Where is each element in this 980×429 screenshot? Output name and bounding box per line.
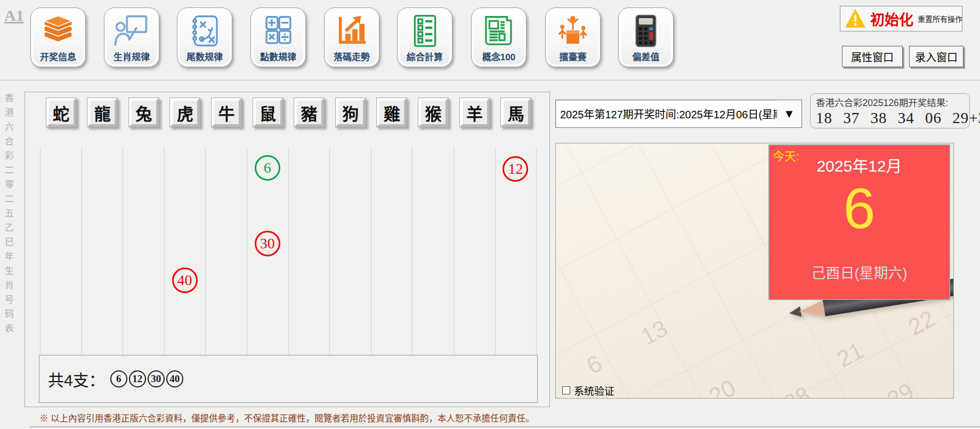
checklist-icon (406, 12, 443, 52)
presenter-icon (113, 12, 150, 52)
summary-number: 12 (129, 370, 146, 387)
zodiac-button-4[interactable]: 虎 (169, 98, 200, 127)
zodiac-grid: 6 30 40 12 (40, 147, 537, 374)
grid-column-line (371, 147, 371, 374)
initialize-button[interactable]: 初始化 重置所有操作 (840, 6, 962, 31)
left-vertical-title: 香港六合彩二零二五乙巳年生肖号码表 (2, 93, 15, 365)
result-numbers: 18 37 38 34 06 29+39 (816, 109, 969, 127)
zodiac-button-8[interactable]: 狗 (335, 98, 366, 127)
zodiac-panel: 蛇龍兔虎牛鼠豬狗雞猴羊馬 6 30 40 12 共4支： 6 12 30 40 (25, 92, 550, 407)
zodiac-button-12[interactable]: 馬 (500, 98, 531, 127)
faint-calendar-number: 22 (904, 305, 939, 341)
grid-column-line (40, 147, 41, 374)
zodiac-button-6[interactable]: 鼠 (253, 98, 284, 127)
period-dropdown-value: 2025年第127期开奖时间:2025年12月06日(星期六) (556, 106, 777, 122)
books-icon (39, 12, 77, 52)
system-verify-label: 系统验证 (574, 383, 614, 398)
grid-column-line (164, 147, 165, 374)
initialize-subtitle: 重置所有操作 (918, 13, 962, 24)
newspaper-icon (480, 12, 517, 52)
zodiac-button-9[interactable]: 雞 (376, 98, 407, 127)
grid-column-line (205, 147, 206, 374)
faint-calendar-number: 6 (582, 350, 606, 379)
grid-column-line (495, 147, 496, 374)
result-panel: 香港六合彩2025126期开奖结果: 18 37 38 34 06 29+39 (810, 93, 970, 128)
faint-calendar-number: 20 (704, 374, 740, 399)
trend-chart-icon (333, 12, 370, 52)
top-divider (0, 80, 980, 80)
toolbar-button-arena[interactable]: 擂臺賽 (545, 7, 601, 67)
properties-window-button[interactable]: 属性窗口 (842, 46, 903, 67)
entry-window-button[interactable]: 录入窗口 (909, 46, 963, 67)
faint-calendar-number: 13 (636, 314, 672, 350)
disclaimer-text: ※ 以上內容引用香港正版六合彩資料，僅提供參考，不保證其正確性，閱覽者若用於投資… (39, 411, 534, 424)
corner-label: A1 (4, 6, 24, 25)
grid-column-line (412, 147, 412, 374)
summary-number: 30 (148, 370, 165, 387)
grid-mark: 30 (255, 231, 280, 256)
zodiac-button-1[interactable]: 蛇 (46, 98, 77, 127)
strategy-icon (186, 12, 223, 52)
toolbar-button-zodiac-rules[interactable]: 生肖规律 (104, 7, 159, 67)
grid-column-line (329, 147, 330, 374)
toolbar-button-concept100[interactable]: 概念100 (471, 7, 527, 67)
podium-icon (554, 12, 592, 52)
faint-calendar-number: 28 (779, 381, 815, 399)
zodiac-button-10[interactable]: 猴 (418, 98, 449, 127)
result-title: 香港六合彩2025126期开奖结果: (816, 95, 969, 109)
app-window: A1 开奖信息 生肖规律 (0, 0, 980, 429)
toolbar-button-tail-rules[interactable]: 尾数规律 (177, 7, 232, 67)
toolbar-button-deviation[interactable]: 偏差值 (618, 7, 674, 67)
grid-column-line (123, 147, 123, 374)
grid-column-line (82, 147, 82, 374)
today-card: 今天: 2025年12月 6 己酉日(星期六) (768, 144, 950, 300)
zodiac-button-7[interactable]: 豬 (294, 98, 325, 127)
grid-mark: 6 (255, 155, 280, 181)
grid-mark: 40 (172, 268, 198, 293)
zodiac-button-11[interactable]: 羊 (459, 98, 490, 127)
calculator-icon (627, 12, 665, 52)
toolbar-button-calc[interactable]: 綜合計算 (397, 7, 452, 67)
initialize-label: 初始化 (870, 9, 913, 29)
warning-icon (845, 9, 866, 29)
grid-column-line (536, 147, 537, 374)
bottom-divider (29, 426, 980, 427)
calendar-day: 6 (770, 172, 949, 244)
grid-column-line (453, 147, 454, 374)
chevron-down-icon[interactable]: ▼ (777, 100, 801, 127)
grid-column-line (247, 147, 247, 374)
toolbar-button-lottery-info[interactable]: 开奖信息 (30, 7, 86, 67)
period-dropdown[interactable]: 2025年第127期开奖时间:2025年12月06日(星期六) ▼ (555, 100, 802, 128)
summary-box: 共4支： 6 12 30 40 (39, 355, 538, 403)
faint-calendar-number: 21 (832, 337, 868, 373)
system-verify-checkbox[interactable]: 系统验证 (562, 383, 614, 398)
grid-column-line (288, 147, 289, 374)
summary-number: 40 (166, 370, 183, 387)
checkbox-icon[interactable] (562, 386, 570, 394)
toolbar-button-trend[interactable]: 落碼走勢 (324, 7, 379, 67)
zodiac-button-5[interactable]: 牛 (211, 98, 242, 127)
summary-number: 6 (110, 370, 127, 387)
grid-mark: 12 (503, 156, 528, 182)
summary-label: 共4支： (48, 367, 105, 391)
toolbar-button-point-rules[interactable]: 點數規律 (250, 7, 306, 67)
calendar-panel: 613142021222928 今天: 2025年12月 6 己酉日(星期六) … (555, 143, 954, 399)
zodiac-button-2[interactable]: 龍 (87, 98, 118, 127)
zodiac-button-3[interactable]: 兔 (128, 98, 159, 127)
math-ops-icon (260, 12, 297, 52)
faint-calendar-number: 29 (882, 377, 918, 399)
calendar-day-detail: 己酉日(星期六) (770, 262, 949, 282)
